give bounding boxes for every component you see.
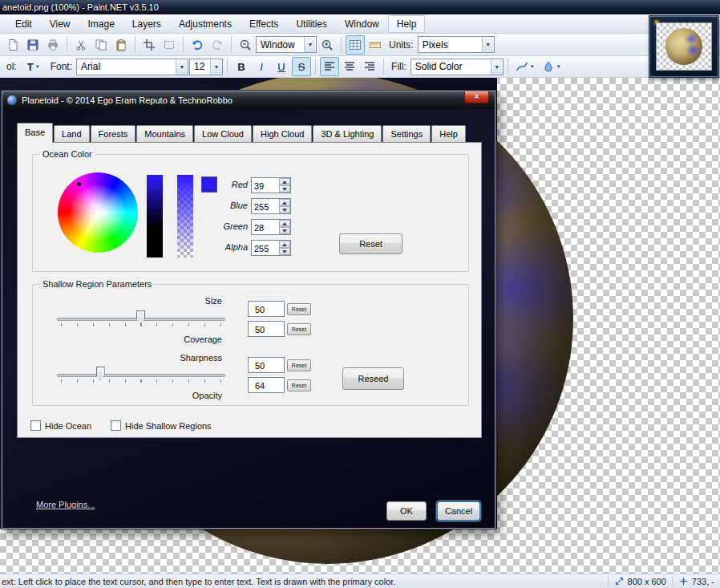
spin-down-button[interactable]	[279, 227, 290, 234]
image-list-window[interactable]: ☀	[649, 16, 718, 77]
menu-item-window[interactable]: Window	[336, 15, 388, 33]
save-button[interactable]	[23, 35, 42, 55]
ocean-reset-button[interactable]: Reset	[339, 233, 402, 254]
menu-item-view[interactable]: View	[41, 15, 79, 33]
tab-high-cloud[interactable]: High Cloud	[253, 125, 312, 142]
menu-item-layers[interactable]: Layers	[123, 15, 170, 33]
deselect-button[interactable]	[160, 35, 179, 55]
fill-select[interactable]: Solid Color ▼	[411, 59, 504, 75]
spin-up-button[interactable]	[279, 241, 290, 248]
font-select[interactable]: Arial ▼	[76, 59, 188, 75]
paste-button[interactable]	[111, 35, 131, 55]
tab-help[interactable]: Help	[431, 125, 466, 142]
hide-shallow-regions-checkbox[interactable]	[111, 420, 121, 431]
spin-up-button[interactable]	[279, 220, 290, 227]
grid-toggle-button[interactable]	[346, 35, 365, 55]
blend-drop-icon	[542, 60, 555, 73]
cancel-button[interactable]: Cancel	[437, 501, 480, 521]
coverage-reset-button[interactable]: Reset	[287, 323, 311, 335]
opacity-value-input[interactable]	[249, 378, 284, 392]
sharpness-reset-button[interactable]: Reset	[287, 359, 311, 371]
underline-button[interactable]: U	[272, 57, 291, 76]
tab-low-cloud[interactable]: Low Cloud	[194, 125, 252, 142]
menu-item-edit[interactable]: Edit	[6, 15, 41, 33]
tab-forests[interactable]: Forests	[91, 125, 136, 142]
italic-button[interactable]: I	[252, 57, 271, 76]
cut-button[interactable]	[71, 35, 91, 55]
size-reset-button[interactable]: Reset	[287, 303, 311, 315]
more-plugins-link[interactable]: More Plugins...	[36, 500, 95, 509]
size-value-box[interactable]	[248, 301, 285, 317]
color-wheel[interactable]	[58, 172, 138, 253]
blend-mode-button[interactable]: ▼	[539, 57, 564, 76]
opacity-value-box[interactable]	[248, 377, 285, 393]
tab-land[interactable]: Land	[54, 125, 89, 142]
ruler-toggle-button[interactable]	[366, 35, 385, 55]
sharpness-value-input[interactable]	[249, 358, 284, 372]
menu-item-utilities[interactable]: Utilities	[287, 15, 336, 33]
toolbar-main: Window ▼ Units: Pixels ▼	[0, 34, 720, 56]
bold-button[interactable]: B	[232, 57, 251, 76]
sharpness-slider[interactable]	[57, 365, 225, 386]
redo-icon	[211, 39, 224, 51]
dialog-close-button[interactable]: ×	[464, 91, 489, 103]
crop-button[interactable]	[140, 35, 159, 55]
print-button[interactable]	[43, 35, 63, 55]
opacity-reset-button[interactable]: Reset	[287, 379, 311, 391]
size-slider[interactable]	[57, 309, 225, 330]
spin-down-button[interactable]	[279, 185, 290, 193]
red-input[interactable]	[252, 178, 279, 193]
red-spinner[interactable]	[251, 177, 291, 193]
tab-mountains[interactable]: Mountains	[136, 125, 193, 142]
alpha-gradient-slider[interactable]	[177, 175, 193, 258]
alpha-spinner[interactable]	[251, 240, 291, 256]
font-size-select[interactable]: 12 ▼	[189, 59, 223, 75]
blue-spinner[interactable]	[251, 198, 291, 214]
align-center-button[interactable]	[340, 57, 359, 76]
hide-ocean-checkbox[interactable]	[30, 420, 41, 431]
green-spinner[interactable]	[251, 219, 291, 235]
zoom-mode-select[interactable]: Window ▼	[256, 36, 317, 53]
coverage-value-box[interactable]	[248, 321, 285, 337]
copy-button[interactable]	[91, 35, 111, 55]
zoom-in-button[interactable]	[318, 35, 337, 55]
slider-thumb[interactable]	[96, 367, 105, 380]
spin-up-button[interactable]	[279, 199, 290, 206]
new-image-button[interactable]	[3, 35, 22, 55]
image-thumbnail[interactable]	[656, 22, 712, 71]
slider-thumb[interactable]	[136, 310, 145, 324]
dialog-titlebar[interactable]: Planetoid - © 2014 Ego Eram Reputo & Tec…	[2, 91, 495, 109]
antialias-mode-button[interactable]: ▼	[512, 57, 538, 76]
menu-item-adjustments[interactable]: Adjustments	[170, 15, 241, 33]
sharpness-value-box[interactable]	[248, 357, 285, 373]
spin-down-button[interactable]	[279, 206, 290, 213]
green-input[interactable]	[252, 220, 279, 234]
toolbar-separator	[341, 37, 342, 53]
spin-up-button[interactable]	[279, 178, 290, 185]
red-label: Red	[208, 180, 248, 189]
reseed-button[interactable]: Reseed	[342, 367, 404, 390]
undo-button[interactable]	[188, 35, 207, 55]
text-tool-button[interactable]: T ▼	[21, 57, 47, 76]
color-wheel-marker[interactable]	[77, 182, 81, 186]
strikethrough-button[interactable]: S	[292, 57, 311, 76]
menu-item-effects[interactable]: Effects	[241, 15, 287, 33]
coverage-value-input[interactable]	[249, 322, 284, 336]
align-left-button[interactable]	[320, 57, 339, 76]
menu-item-image[interactable]: Image	[79, 15, 123, 33]
units-select[interactable]: Pixels ▼	[418, 36, 495, 53]
zoom-out-button[interactable]	[236, 35, 255, 55]
redo-button[interactable]	[208, 35, 227, 55]
size-value-input[interactable]	[249, 302, 284, 316]
spin-down-button[interactable]	[279, 248, 290, 255]
window-titlebar[interactable]: anetoid.png (100%) - Paint.NET v3.5.10	[0, 0, 720, 14]
value-gradient-slider[interactable]	[147, 175, 163, 258]
tab-base[interactable]: Base	[17, 123, 53, 143]
alpha-input[interactable]	[252, 241, 279, 255]
tab-settings[interactable]: Settings	[382, 125, 431, 142]
menu-item-help[interactable]: Help	[388, 15, 426, 33]
ok-button[interactable]: OK	[386, 501, 427, 521]
blue-input[interactable]	[252, 199, 279, 213]
tab-3d-lighting[interactable]: 3D & Lighting	[313, 125, 382, 142]
align-right-button[interactable]	[360, 57, 379, 76]
